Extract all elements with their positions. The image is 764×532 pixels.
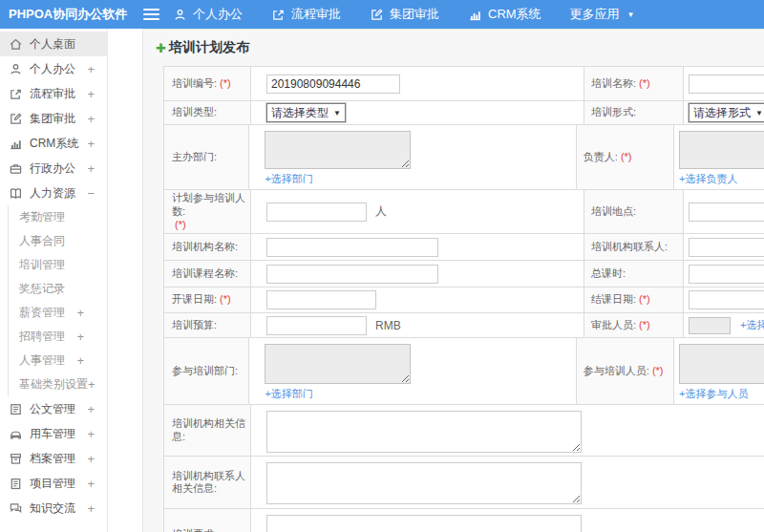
expand-plus-icon[interactable]: +: [87, 137, 95, 151]
field-cell: [684, 261, 764, 287]
nav-item-4[interactable]: CRM系统: [468, 6, 541, 23]
collapse-minus-icon[interactable]: −: [87, 186, 95, 201]
field-label: 培训编号:: [172, 77, 217, 91]
text-textarea[interactable]: [266, 462, 582, 504]
sidebar-item[interactable]: 个人办公+: [0, 56, 107, 81]
sidebar-item[interactable]: 公文管理+: [0, 396, 107, 421]
book-icon: [9, 186, 23, 201]
sidebar-item[interactable]: 知识交流+: [0, 496, 107, 521]
readonly-picker-textarea[interactable]: [265, 131, 411, 169]
field-label: 培训类型:: [172, 106, 217, 119]
text-input[interactable]: [266, 202, 367, 222]
expand-plus-icon[interactable]: +: [87, 402, 95, 416]
sidebar-subitem[interactable]: 人事管理+: [9, 349, 107, 372]
text-input[interactable]: [689, 74, 764, 94]
expand-plus-icon[interactable]: +: [87, 87, 95, 101]
expand-plus-icon[interactable]: +: [76, 353, 84, 368]
dropdown-select[interactable]: 请选择类型▼: [266, 103, 346, 122]
readonly-picker-textarea[interactable]: [679, 131, 764, 169]
sidebar-subitem[interactable]: 奖惩记录: [9, 277, 107, 301]
sidebar-subitem[interactable]: 考勤管理: [9, 205, 107, 229]
main-content: ✚ 培训计划发布 培训编号:(*)培训名称:(*)培训类型:请选择类型▼培训形式…: [143, 29, 764, 532]
sidebar-item[interactable]: 项目管理+: [0, 471, 107, 496]
text-input[interactable]: [689, 265, 764, 284]
sidebar-subitem-label: 人事管理: [19, 352, 65, 369]
expand-plus-icon[interactable]: +: [76, 330, 84, 344]
expand-plus-icon[interactable]: +: [87, 452, 95, 466]
readonly-picker-input[interactable]: [689, 317, 731, 334]
sidebar-item-label: CRM系统: [30, 136, 83, 152]
picker-link[interactable]: +选择审批人员: [740, 318, 764, 332]
picker-link[interactable]: +选择负责人: [679, 172, 737, 186]
field-label-cell: 培训形式:: [584, 101, 684, 124]
text-input[interactable]: [266, 265, 438, 284]
expand-plus-icon[interactable]: +: [88, 377, 96, 392]
training-plan-form: 培训编号:(*)培训名称:(*)培训类型:请选择类型▼培训形式:请选择形式▼主办…: [163, 66, 764, 532]
readonly-picker-textarea[interactable]: [679, 344, 764, 384]
sidebar-subitem[interactable]: 招聘管理+: [9, 325, 107, 349]
text-input[interactable]: [266, 290, 376, 309]
picker-link[interactable]: +选择部门: [265, 387, 312, 401]
field-label-cell: 总课时:: [584, 261, 684, 287]
field-label: 参与培训人员:: [584, 365, 649, 378]
nav-item-2[interactable]: 流程审批: [271, 6, 341, 23]
field-cell: [251, 261, 584, 287]
sidebar-item[interactable]: CRM系统+: [0, 131, 107, 156]
field-label-cell: 计划参与培训人数:(*): [164, 190, 251, 233]
sidebar-item[interactable]: 集团审批+: [0, 106, 107, 131]
form-row: 培训编号:(*)培训名称:(*): [164, 67, 764, 101]
field-label-cell: 参与培训人员:(*): [577, 338, 674, 404]
expand-plus-icon[interactable]: +: [87, 427, 95, 441]
form-row: 培训预算:RMB审批人员:(*)+选择审批人员: [164, 313, 764, 338]
picker-link[interactable]: +选择部门: [265, 172, 312, 186]
sidebar-item[interactable]: 用车管理+: [0, 421, 107, 446]
text-input[interactable]: [266, 74, 400, 94]
field-cell: +选择部门: [249, 338, 576, 404]
expand-plus-icon[interactable]: +: [87, 477, 95, 491]
sidebar-item[interactable]: 档案管理+: [0, 446, 107, 471]
text-input[interactable]: [689, 202, 764, 222]
sidebar-subitem[interactable]: 薪资管理+: [9, 301, 107, 325]
field-label: 培训预算:: [172, 319, 217, 332]
dropdown-selected-value: 请选择类型: [271, 105, 329, 121]
expand-plus-icon[interactable]: +: [87, 501, 95, 516]
sidebar-item[interactable]: 个人桌面: [0, 32, 107, 56]
sidebar-subitem[interactable]: 基础类别设置+: [9, 372, 107, 396]
text-input[interactable]: [689, 290, 764, 309]
field-label: 审批人员:: [591, 319, 636, 332]
field-label-cell: 结课日期:(*): [584, 287, 684, 312]
sidebar-subitem[interactable]: 人事合同: [9, 229, 107, 253]
nav-item-label: 更多应用: [570, 6, 620, 23]
field-label: 培训地点:: [591, 205, 636, 219]
field-label: 计划参与培训人数:: [172, 192, 247, 219]
field-label: 参与培训部门:: [172, 365, 238, 378]
readonly-picker-textarea[interactable]: [265, 344, 411, 384]
sidebar-item-label: 集团审批: [30, 111, 83, 127]
sidebar-subitem-label: 薪资管理: [19, 305, 65, 321]
car-icon: [9, 427, 23, 441]
picker-link[interactable]: +选择参与人员: [679, 387, 748, 401]
required-marker: (*): [621, 151, 632, 164]
nav-item-5[interactable]: 更多应用▼: [570, 6, 635, 23]
sidebar-item[interactable]: 人力资源−: [0, 181, 107, 205]
expand-plus-icon[interactable]: +: [87, 112, 95, 126]
sidebar-item[interactable]: 流程审批+: [0, 81, 107, 106]
expand-plus-icon[interactable]: +: [76, 306, 84, 320]
archive-icon: [9, 452, 23, 466]
expand-plus-icon[interactable]: +: [87, 161, 95, 176]
sidebar-subitem[interactable]: 培训管理: [9, 253, 107, 277]
expand-plus-icon[interactable]: +: [87, 62, 95, 76]
field-cell: [251, 457, 764, 508]
flow-icon: [9, 87, 23, 101]
top-nav: 个人办公流程审批集团审批CRM系统更多应用▼: [173, 6, 635, 23]
dropdown-select[interactable]: 请选择形式▼: [689, 103, 764, 122]
nav-item-3[interactable]: 集团审批: [370, 6, 439, 23]
text-textarea[interactable]: [266, 411, 582, 453]
nav-item-1[interactable]: 个人办公: [173, 6, 243, 23]
menu-icon[interactable]: [143, 9, 159, 21]
sidebar-item[interactable]: 行政办公+: [0, 156, 107, 181]
text-input[interactable]: [266, 238, 438, 257]
text-textarea[interactable]: [266, 515, 582, 532]
text-input[interactable]: [689, 238, 764, 257]
text-input[interactable]: [266, 316, 367, 335]
